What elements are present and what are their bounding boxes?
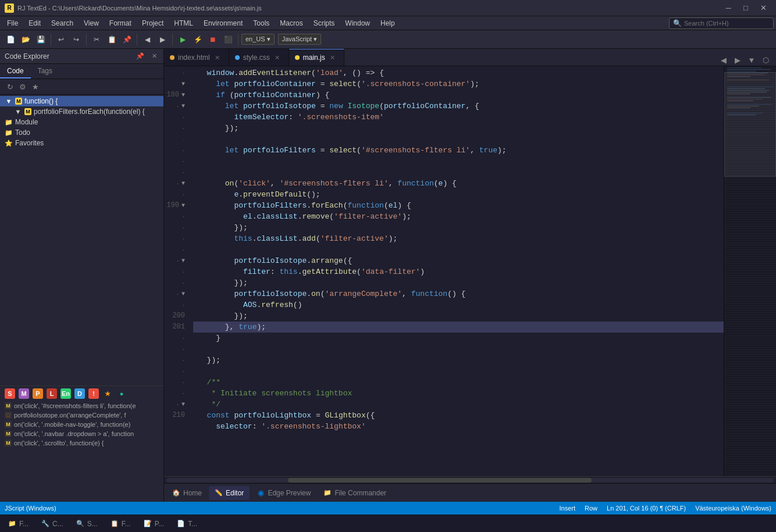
icon-d[interactable]: D <box>74 388 85 399</box>
scrollbar-thumb[interactable] <box>288 478 592 483</box>
horizontal-scrollbar[interactable] <box>164 476 776 483</box>
open-button[interactable]: 📂 <box>19 33 33 47</box>
tree-label: portfolioFilters.forEach(function(el) { <box>34 108 159 116</box>
code-list-label: portfolioIsotope.on('arrangeComplete', f <box>14 412 126 419</box>
svg-rect-14 <box>727 101 753 101</box>
back-button[interactable]: ◀ <box>140 33 154 47</box>
menu-project[interactable]: Project <box>137 18 168 28</box>
close-panel-icon[interactable]: ✕ <box>149 52 159 61</box>
tab-style-css[interactable]: style.css ✕ <box>229 49 289 66</box>
tree-item-foreach[interactable]: ▼ M portfolioFilters.forEach(function(el… <box>0 106 163 117</box>
run-button[interactable]: ▶ <box>176 33 190 47</box>
tab-code[interactable]: Code <box>0 65 31 78</box>
icon-en[interactable]: En <box>60 388 71 399</box>
bottom-tab-c[interactable]: 🔧 C... <box>35 517 69 531</box>
menu-environment[interactable]: Environment <box>199 18 247 28</box>
bottom-tab-p[interactable]: 📝 P... <box>138 517 170 531</box>
cut-button[interactable]: ✂ <box>90 33 104 47</box>
code-content[interactable]: window.addEventListener('load', () => { … <box>193 66 724 476</box>
menu-edit[interactable]: Edit <box>24 18 45 28</box>
code-line <box>193 244 724 255</box>
syntax-selector[interactable]: JavaScript ▾ <box>278 34 321 45</box>
maximize-button[interactable]: □ <box>738 2 754 15</box>
bottom-tab-t[interactable]: 📄 T... <box>171 517 203 531</box>
bottom-tab-s[interactable]: 🔍 S... <box>70 517 104 531</box>
bt-icon: 🔍 <box>76 520 84 528</box>
tab-editor[interactable]: ✏️ Editor <box>209 486 250 500</box>
debug-button[interactable]: ⬛ <box>221 33 235 47</box>
icon-circle[interactable]: ● <box>116 388 127 399</box>
menu-search[interactable]: Search <box>47 18 78 28</box>
marker-icon: □ <box>5 412 12 419</box>
copy-button[interactable]: 📋 <box>105 33 119 47</box>
tab-tags[interactable]: Tags <box>31 65 59 78</box>
tree-folder-icon: 📁 <box>5 119 13 126</box>
tab-index-html[interactable]: index.html ✕ <box>164 49 229 66</box>
redo-button[interactable]: ↪ <box>69 33 83 47</box>
icon-l[interactable]: L <box>47 388 57 399</box>
minimize-button[interactable]: ─ <box>720 2 736 15</box>
close-button[interactable]: ✕ <box>755 2 771 15</box>
tab-close-icon[interactable]: ✕ <box>273 54 282 62</box>
tree-label: Todo <box>15 128 159 137</box>
bottom-tab-f2[interactable]: 📋 F... <box>105 517 137 531</box>
search-input[interactable] <box>684 20 766 27</box>
tab-main-js[interactable]: main.js ✕ <box>289 49 344 66</box>
paste-button[interactable]: 📌 <box>120 33 134 47</box>
menu-scripts[interactable]: Scripts <box>309 18 340 28</box>
tree-item-favorites[interactable]: ⭐ Favorites <box>0 138 163 148</box>
tab-close-icon[interactable]: ✕ <box>213 54 222 62</box>
code-line <box>193 134 724 145</box>
icon-p[interactable]: P <box>33 388 43 399</box>
code-list-item[interactable]: □ portfolioIsotope.on('arrangeComplete',… <box>0 410 163 420</box>
line-number-row: • <box>164 366 188 377</box>
marker-icon: M <box>5 402 12 409</box>
tab-home[interactable]: 🏠 Home <box>166 486 208 500</box>
star-button[interactable]: ★ <box>30 81 41 92</box>
tree-item-function[interactable]: ▼ M function() { <box>0 96 163 106</box>
code-list-item[interactable]: M on('click', '.mobile-nav-toggle', func… <box>0 420 163 429</box>
code-list-item[interactable]: M on('click', '.navbar .dropdown > a', f… <box>0 429 163 438</box>
undo-button[interactable]: ↩ <box>54 33 68 47</box>
menu-html[interactable]: HTML <box>169 18 198 28</box>
tab-maximize-button[interactable]: ⬡ <box>760 54 771 66</box>
build-button[interactable]: ⚡ <box>191 33 205 47</box>
icon-s[interactable]: S <box>5 388 15 399</box>
toolbar-separator-5 <box>238 34 239 45</box>
icon-m[interactable]: M <box>19 388 29 399</box>
save-button[interactable]: 💾 <box>34 33 48 47</box>
tab-close-icon[interactable]: ✕ <box>329 54 337 62</box>
new-button[interactable]: 📄 <box>3 33 17 47</box>
menu-help[interactable]: Help <box>376 18 400 28</box>
stop-button[interactable]: ⏹ <box>206 33 220 47</box>
pin-icon[interactable]: 📌 <box>136 52 145 61</box>
bt-label: T... <box>188 520 197 528</box>
menu-macros[interactable]: Macros <box>275 18 307 28</box>
icon-alert[interactable]: ! <box>88 388 99 399</box>
tab-edge-preview[interactable]: ◉ Edge Preview <box>251 486 316 500</box>
menu-format[interactable]: Format <box>105 18 136 28</box>
menu-window[interactable]: Window <box>340 18 375 28</box>
menu-view[interactable]: View <box>79 18 104 28</box>
code-list-item[interactable]: M on('click', '#screenshots-filters li',… <box>0 401 163 410</box>
icon-star[interactable]: ★ <box>102 388 113 399</box>
forward-button[interactable]: ▶ <box>155 33 169 47</box>
tree-item-module[interactable]: 📁 Module <box>0 117 163 127</box>
bottom-tab-f[interactable]: 📁 F... <box>2 517 34 531</box>
code-line <box>193 156 724 167</box>
tree-expand-icon: ▼ <box>14 108 22 115</box>
menu-tools[interactable]: Tools <box>248 18 274 28</box>
menu-file[interactable]: File <box>2 18 23 28</box>
tab-file-commander[interactable]: 📁 File Commander <box>318 486 392 500</box>
lang-selector[interactable]: en_US ▾ <box>241 34 275 45</box>
tab-prev-button[interactable]: ◀ <box>718 54 729 66</box>
settings-button[interactable]: ⚙ <box>17 81 28 92</box>
refresh-button[interactable]: ↻ <box>5 81 15 92</box>
tab-dot <box>235 55 240 60</box>
code-list-item[interactable]: M on('click', '.scrollto', function(e) { <box>0 438 163 448</box>
svg-rect-7 <box>727 87 774 87</box>
tab-next-button[interactable]: ▶ <box>732 54 743 66</box>
tree-item-todo[interactable]: 📁 Todo <box>0 127 163 138</box>
tab-list-button[interactable]: ▼ <box>746 54 757 66</box>
code-line: }); <box>193 310 724 322</box>
